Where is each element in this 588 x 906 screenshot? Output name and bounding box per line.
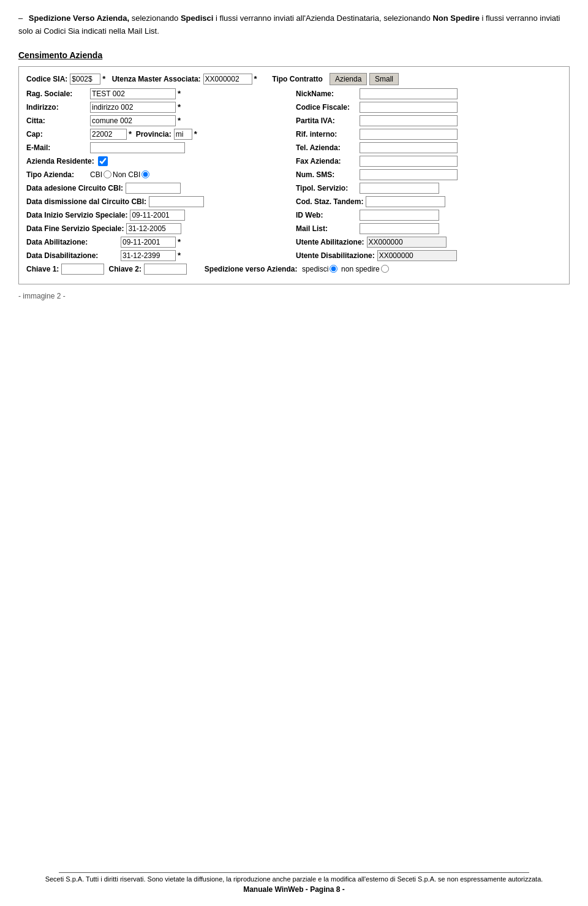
codice-sia-label: Codice SIA: [26,75,67,83]
btn-small[interactable]: Small [369,73,399,85]
nickname-input[interactable] [360,88,458,99]
partita-iva-label: Partita IVA: [296,116,357,125]
rag-sociale-required: * [178,89,181,98]
id-web-label: ID Web: [296,211,357,219]
cod-staz-tandem-label: Cod. Staz. Tandem: [296,197,363,206]
footer-page: Manuale WinWeb - Pagina 8 - [0,885,588,894]
page-footer: Seceti S.p.A. Tutti i diritti riservati.… [0,872,588,894]
tipo-azienda-label: Tipo Azienda: [26,170,88,179]
chiave1-label: Chiave 1: [26,265,59,273]
cap-required: * [129,129,132,139]
data-abilitazione-input[interactable] [121,237,176,248]
rif-interno-label: Rif. interno: [296,130,357,139]
chiave2-input[interactable] [144,264,187,275]
row-azienda-residente: Azienda Residente: Fax Azienda: [26,156,562,167]
row-tipo-azienda: Tipo Azienda: CBI Non CBI Num. SMS: [26,169,562,180]
azienda-residente-checkbox[interactable] [98,156,108,166]
non-spedire-radio-label: non spedire [341,265,380,273]
data-disabilitazione-input[interactable] [121,250,176,261]
row-indirizzo: Indirizzo: * Codice Fiscale: [26,102,562,113]
rag-sociale-input[interactable] [90,88,176,99]
citta-label: Citta: [26,116,88,125]
tipo-azienda-cbi-label: CBI [90,170,102,179]
utente-abilitazione-label: Utente Abilitazione: [296,238,364,246]
row-citta: Citta: * Partita IVA: [26,115,562,126]
row-data-inizio-servizio: Data Inizio Servizio Speciale: ID Web: [26,210,562,221]
btn-azienda[interactable]: Azienda [330,73,367,85]
cap-label: Cap: [26,130,88,139]
row-data-dismissione: Data dismissione dal Circuito CBI: Cod. … [26,196,562,207]
mail-list-input[interactable] [360,223,439,234]
fax-azienda-input[interactable] [360,156,458,167]
mail-list-label: Mail List: [296,224,357,233]
tipo-azienda-non-cbi-label: Non CBI [113,170,140,179]
fax-azienda-label: Fax Azienda: [296,157,357,166]
footer-divider [59,872,529,873]
row-rag-sociale: Rag. Sociale: * NickName: [26,88,562,99]
row-data-fine-servizio: Data Fine Servizio Speciale: Mail List: [26,223,562,234]
censimento-azienda-form: Codice SIA: * Utenza Master Associata: *… [18,66,570,284]
row-data-adesione: Data adesione Circuito CBI: Tipol. Servi… [26,183,562,194]
provincia-label: Provincia: [136,130,172,139]
tel-azienda-label: Tel. Azienda: [296,143,357,152]
tipol-servizio-label: Tipol. Servizio: [296,184,357,192]
azienda-residente-label: Azienda Residente: [26,157,94,166]
data-fine-servizio-label: Data Fine Servizio Speciale: [26,224,124,233]
provincia-required: * [194,129,197,139]
data-disabilitazione-required: * [178,251,181,260]
data-inizio-servizio-label: Data Inizio Servizio Speciale: [26,211,127,219]
citta-input[interactable] [90,115,176,126]
num-sms-input[interactable] [360,169,458,180]
data-inizio-servizio-input[interactable] [130,210,185,221]
data-disabilitazione-label: Data Disabilitazione: [26,251,118,260]
intro-paragraph: – Spedizione Verso Azienda, selezionando… [18,12,570,38]
data-abilitazione-required: * [178,237,181,246]
tel-azienda-input[interactable] [360,142,458,153]
row-data-abilitazione: Data Abilitazione: * Utente Abilitazione… [26,237,562,248]
partita-iva-input[interactable] [360,115,458,126]
indirizzo-required: * [178,102,181,112]
row-codice-sia: Codice SIA: * Utenza Master Associata: *… [26,73,562,85]
utente-disabilitazione-label: Utente Disabilitazione: [296,251,375,260]
id-web-input[interactable] [360,210,439,221]
codice-fiscale-label: Codice Fiscale: [296,103,357,112]
utenza-master-label: Utenza Master Associata: [112,75,201,83]
citta-required: * [178,116,181,125]
utenza-master-required: * [254,74,257,83]
row-cap: Cap: * Provincia: * Rif. interno: [26,129,562,140]
row-email: E-Mail: Tel. Azienda: [26,142,562,153]
data-dismissione-input[interactable] [149,196,204,207]
email-label: E-Mail: [26,143,88,152]
indirizzo-input[interactable] [90,102,176,113]
codice-fiscale-input[interactable] [360,102,458,113]
spedisci-radio-label: spedisci [302,265,328,273]
footer-legal: Seceti S.p.A. Tutti i diritti riservati.… [0,875,588,883]
row-chiave: Chiave 1: Chiave 2: Spedizione verso Azi… [26,264,562,275]
tipol-servizio-input[interactable] [360,183,439,194]
data-adesione-label: Data adesione Circuito CBI: [26,184,123,192]
nickname-label: NickName: [296,89,357,98]
rif-interno-input[interactable] [360,129,458,140]
codice-sia-required: * [102,74,105,83]
indirizzo-label: Indirizzo: [26,103,88,112]
tipo-azienda-cbi-radio[interactable] [104,170,111,178]
provincia-input[interactable] [174,129,192,140]
spedisci-radio[interactable] [330,265,337,273]
data-adesione-input[interactable] [126,183,181,194]
utente-disabilitazione-input [377,250,457,261]
data-abilitazione-label: Data Abilitazione: [26,238,118,246]
cap-input[interactable] [90,129,127,140]
utente-abilitazione-input [367,237,447,248]
data-fine-servizio-input[interactable] [126,223,181,234]
utenza-master-input[interactable] [203,74,252,85]
spedizione-label: Spedizione verso Azienda: [205,265,298,273]
cod-staz-tandem-input[interactable] [366,196,445,207]
image-caption: - immagine 2 - [18,292,570,300]
tipo-azienda-non-cbi-radio[interactable] [141,170,149,178]
codice-sia-input[interactable] [70,74,100,85]
email-input[interactable] [90,142,185,153]
chiave1-input[interactable] [61,264,104,275]
rag-sociale-label: Rag. Sociale: [26,89,88,98]
non-spedire-radio[interactable] [381,265,389,273]
num-sms-label: Num. SMS: [296,170,357,179]
